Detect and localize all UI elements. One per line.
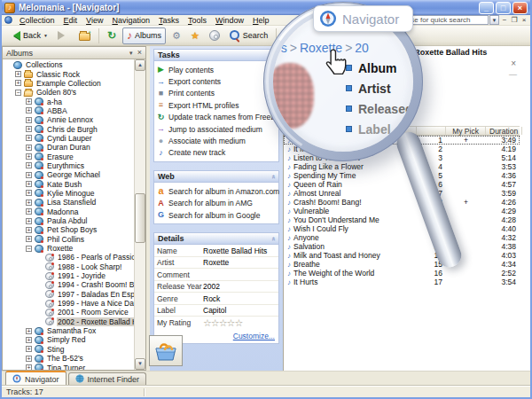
search-button[interactable]: Search	[226, 27, 272, 44]
task-search-for-album-in-amg[interactable]: Search for album in AMG	[156, 198, 277, 209]
menu-tasks[interactable]: Tasks	[154, 15, 184, 26]
tree-item-samantha-fox[interactable]: +Samantha Fox	[3, 326, 134, 335]
task-print-contents[interactable]: Print contents	[156, 88, 277, 99]
expand-toggle[interactable]: +	[26, 181, 32, 187]
close-button[interactable]: ×	[512, 2, 528, 14]
task-search-for-album-in-google[interactable]: Search for album in Google	[156, 209, 277, 221]
document-icon[interactable]	[4, 16, 12, 24]
track-row-it-hurts[interactable]: ♪It Hurts173:54	[284, 278, 520, 286]
tree-item-eurythmics[interactable]: +Eurythmics	[3, 161, 134, 170]
maximize-button[interactable]: □	[496, 2, 511, 14]
expand-toggle[interactable]: +	[15, 80, 21, 86]
up-folder-button[interactable]	[75, 27, 94, 44]
media-button[interactable]	[206, 27, 223, 44]
refresh-button[interactable]: ↻	[104, 27, 120, 44]
tree-item-chris-de-burgh[interactable]: +Chris de Burgh	[3, 124, 134, 133]
expand-toggle[interactable]: +	[26, 356, 32, 362]
tree-item-collections[interactable]: Collections	[3, 60, 134, 69]
track-row-fading-like-a-flower[interactable]: ♪Fading Like a Flower43:53	[284, 162, 520, 171]
expand-toggle[interactable]: +	[26, 236, 32, 242]
child-minimize-button[interactable]: −	[500, 15, 509, 25]
tree-item-sting[interactable]: +Sting	[3, 345, 134, 354]
expand-toggle[interactable]: +	[26, 218, 32, 224]
tree-item-1986-pearls-of-passion[interactable]: 1986 - Pearls of Passion	[3, 253, 134, 262]
tools-button[interactable]: ⚙	[168, 27, 184, 44]
track-row-vulnerable[interactable]: ♪Vulnerable94:29	[284, 207, 520, 215]
track-row-salvation[interactable]: ♪Salvation134:38	[284, 242, 520, 251]
web-group-header[interactable]: Web «	[154, 171, 278, 183]
tree-item-1988-look-sharp[interactable]: 1988 - Look Sharp!	[3, 262, 134, 271]
tree-item-roxette[interactable]: −Roxette	[3, 244, 134, 253]
expand-toggle[interactable]: +	[26, 135, 32, 141]
expand-toggle[interactable]: +	[26, 162, 32, 168]
tree-item-golden-80-s[interactable]: −Golden 80's	[3, 88, 134, 97]
track-row-crash-boom-bang[interactable]: ♪Crash! Boom! Bang!8+4:26	[284, 198, 520, 207]
tree-item-annie-lennox[interactable]: +Annie Lennox	[3, 115, 134, 124]
tree-item-pet-shop-boys[interactable]: +Pet Shop Boys	[3, 225, 134, 234]
expand-toggle[interactable]: +	[26, 153, 32, 160]
expand-toggle[interactable]: +	[26, 337, 32, 343]
tree-item-1994-crash-boom-bang[interactable]: 1994 - Crash! Boom! Bang!	[3, 280, 134, 289]
albums-button[interactable]: ♪ Albums	[122, 27, 166, 44]
expand-toggle[interactable]: +	[26, 117, 32, 123]
track-row-you-don-t-understand-me[interactable]: ♪You Don't Understand Me104:28	[284, 215, 520, 224]
tree-item-a-ha[interactable]: +a-ha	[3, 97, 134, 106]
expand-toggle[interactable]: +	[26, 172, 32, 178]
tree-item-erasure[interactable]: +Erasure	[3, 152, 134, 160]
expand-toggle[interactable]: +	[26, 107, 32, 113]
task-export-html-profiles[interactable]: Export HTML profiles	[156, 99, 277, 111]
tree-item-1997-baladas-en-espanol[interactable]: 1997 - Baladas En Espanol	[3, 290, 134, 299]
expand-toggle[interactable]: +	[26, 126, 32, 132]
scroll-down-button[interactable]: ▼	[135, 358, 145, 370]
tree-item-tina-turner[interactable]: +Tina Turner	[3, 363, 134, 370]
column-header-duration[interactable]: Duration	[486, 127, 522, 135]
menu-edit[interactable]: Edit	[59, 15, 82, 26]
collapse-chevron-icon[interactable]: «	[269, 175, 277, 178]
expand-toggle[interactable]: −	[15, 90, 21, 96]
pane-close-icon[interactable]: ×	[511, 60, 516, 67]
expand-toggle[interactable]: +	[26, 145, 32, 151]
child-close-button[interactable]: ×	[520, 15, 528, 25]
quick-search-dropdown[interactable]: ▼	[489, 15, 499, 25]
tree-item-lisa-stansfield[interactable]: +Lisa Stansfield	[3, 198, 134, 207]
tree-item-1991-joyride[interactable]: 1991 - Joyride	[3, 271, 134, 280]
tree-item-kate-bush[interactable]: +Kate Bush	[3, 179, 134, 188]
minimize-button[interactable]: _	[479, 2, 494, 14]
pane-collapse-icon[interactable]: —	[509, 72, 517, 77]
tab-internet-finder[interactable]: Internet Finder	[68, 372, 147, 386]
scrollbar-track[interactable]	[135, 71, 145, 358]
tree-item-2001-room-service[interactable]: 2001 - Room Service	[3, 308, 134, 317]
tree-item-phil-collins[interactable]: +Phil Collins	[3, 235, 134, 244]
track-row-breathe[interactable]: ♪Breathe154:34	[284, 260, 520, 269]
expand-toggle[interactable]: +	[15, 71, 21, 77]
tree-item-duran-duran[interactable]: +Duran Duran	[3, 143, 134, 152]
tree-item-the-b-52-s[interactable]: +The B-52's	[3, 354, 134, 363]
expand-toggle[interactable]: +	[26, 364, 32, 370]
track-row-wish-i-could-fly[interactable]: ♪Wish I Could Fly114:40	[284, 224, 520, 233]
expand-toggle[interactable]: +	[26, 346, 32, 352]
sidebar-close-icon[interactable]: ×	[137, 49, 142, 57]
task-play-contents[interactable]: Play contents	[156, 64, 277, 75]
tasks-group-header[interactable]: Tasks «	[154, 50, 278, 61]
track-row-milk-and-toast-and-honey[interactable]: ♪Milk and Toast and Honey144:03	[284, 251, 520, 260]
task-jump-to-associated-medium[interactable]: Jump to associated medium	[156, 123, 277, 135]
customize-link[interactable]: Customize...	[233, 332, 275, 340]
tree-item-classic-rock[interactable]: +Classic Rock	[3, 69, 134, 78]
sidebar-dropdown-icon[interactable]: ▼	[129, 51, 134, 56]
basket-button[interactable]	[149, 335, 183, 366]
tree-item-abba[interactable]: +ABBA	[3, 106, 134, 115]
column-header-mypick[interactable]: My Pick	[446, 127, 486, 135]
expand-toggle[interactable]: +	[26, 208, 32, 215]
back-button[interactable]: Back ▼	[5, 27, 51, 44]
expand-toggle[interactable]: +	[26, 227, 32, 233]
expand-toggle[interactable]: −	[26, 246, 32, 252]
tree-item-example-collection[interactable]: +Example Collection	[3, 79, 134, 88]
menu-view[interactable]: View	[82, 15, 107, 26]
tree-item-2002-roxette-ballad-hits[interactable]: 2002 - Roxette Ballad Hits	[3, 317, 134, 326]
favorites-button[interactable]: ★	[187, 27, 203, 44]
details-group-header[interactable]: Details «	[154, 233, 278, 245]
task-associate-with-medium[interactable]: Associate with medium	[156, 135, 277, 146]
expand-toggle[interactable]: +	[26, 98, 32, 105]
scroll-up-button[interactable]: ▲	[135, 59, 145, 71]
task-export-contents[interactable]: Export contents	[156, 75, 277, 87]
